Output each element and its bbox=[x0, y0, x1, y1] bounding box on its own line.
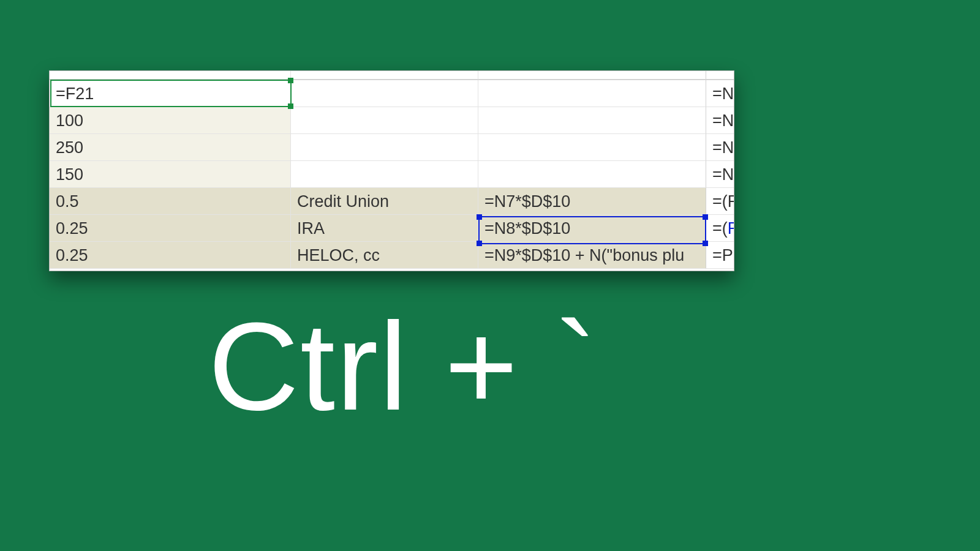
cell-formula[interactable]: =N8*$D$10 bbox=[478, 215, 706, 242]
table-row: 100 =N4*12 bbox=[50, 107, 734, 134]
cell[interactable] bbox=[478, 161, 706, 188]
formula-ref: P8 bbox=[728, 219, 734, 238]
cell-formula[interactable]: =N7*$D$10 bbox=[478, 188, 706, 215]
table-row: =F21 =N3*12 bbox=[50, 80, 734, 107]
cell-formula[interactable]: =(P8+N3)*12 bbox=[706, 215, 734, 242]
cell-value[interactable]: 0.5 bbox=[50, 188, 291, 215]
cell[interactable] bbox=[291, 161, 478, 188]
cell-text[interactable]: IRA bbox=[291, 215, 478, 242]
cell-value[interactable]: 100 bbox=[50, 107, 291, 134]
cell-text[interactable]: HELOC, cc bbox=[291, 242, 478, 269]
spreadsheet-fragment: =F21 =N3*12 100 =N4*12 250 =N5*12 150 =N… bbox=[49, 70, 734, 271]
cell-value[interactable]: 0.25 bbox=[50, 215, 291, 242]
cell[interactable] bbox=[291, 107, 478, 134]
table-row: 0.25 HELOC, cc =N9*$D$10 + N("bonus plu … bbox=[50, 242, 734, 269]
cell-formula[interactable]: =P9*12 bbox=[706, 242, 734, 269]
table-row bbox=[50, 71, 734, 80]
table-row: 0.25 IRA =N8*$D$10 =(P8+N3)*12 bbox=[50, 215, 734, 242]
cell[interactable] bbox=[50, 71, 291, 80]
cell-text[interactable]: Credit Union bbox=[291, 188, 478, 215]
cell-value[interactable]: 150 bbox=[50, 161, 291, 188]
cell-formula[interactable]: =N9*$D$10 + N("bonus plu bbox=[478, 242, 706, 269]
cell[interactable] bbox=[706, 71, 734, 80]
cell-formula[interactable]: =(P7+N3)*12 bbox=[706, 188, 734, 215]
cell[interactable] bbox=[478, 71, 706, 80]
cell-formula[interactable]: =N3*12 bbox=[706, 80, 734, 107]
cell[interactable] bbox=[478, 80, 706, 107]
cell-formula[interactable]: =N5*12 bbox=[706, 134, 734, 161]
table-row: 150 =N6*12 bbox=[50, 161, 734, 188]
cell[interactable] bbox=[291, 71, 478, 80]
formula-prefix: =( bbox=[712, 219, 728, 238]
cell[interactable] bbox=[478, 134, 706, 161]
cell-value[interactable]: 250 bbox=[50, 134, 291, 161]
cell[interactable] bbox=[291, 80, 478, 107]
table-row: 250 =N5*12 bbox=[50, 134, 734, 161]
cell-formula[interactable]: =N4*12 bbox=[706, 107, 734, 134]
stage: =F21 =N3*12 100 =N4*12 250 =N5*12 150 =N… bbox=[0, 0, 980, 551]
cell-value[interactable]: 0.25 bbox=[50, 242, 291, 269]
keyboard-shortcut-label: Ctrl + ` bbox=[208, 303, 598, 429]
cell-formula[interactable]: =F21 bbox=[50, 80, 291, 107]
table-row: 0.5 Credit Union =N7*$D$10 =(P7+N3)*12 bbox=[50, 188, 734, 215]
cell[interactable] bbox=[478, 107, 706, 134]
cell-formula[interactable]: =N6*12 bbox=[706, 161, 734, 188]
cell[interactable] bbox=[291, 134, 478, 161]
